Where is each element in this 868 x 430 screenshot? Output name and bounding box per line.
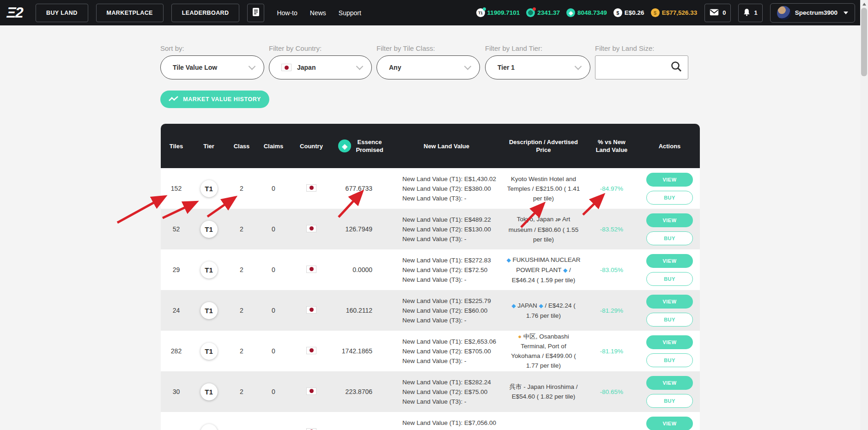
table-row: 29 T1 2 0 0.0000 New Land Value (T1): E$… (161, 249, 700, 290)
description-cell: C2 SAITAMA, JAPAN / (503, 428, 584, 430)
table-body: 152 T1 2 0 677.6733 New Land Value (T1):… (161, 168, 700, 430)
chart-line-icon (169, 96, 179, 103)
ledger-button[interactable] (247, 4, 264, 22)
buy-button[interactable]: BUY (646, 313, 693, 327)
description-cell: 呉市 - Japan Hiroshima / E$54.60 ( 1.82 pe… (503, 382, 584, 401)
view-button[interactable]: VIEW (646, 173, 693, 187)
essence-cell: 126.7949 (333, 225, 390, 233)
search-icon[interactable] (670, 61, 682, 74)
class-cell: 2 (226, 225, 257, 233)
tier1-tokens-balance: T1 11909.7101 (476, 8, 520, 17)
description-cell: ◆ JAPAN ◆ / E$42.24 ( 1.76 per tile) (503, 301, 584, 321)
essence-cell: 223.8706 (333, 388, 390, 395)
col-tiles: Tiles (161, 142, 192, 150)
land-tier-filter-label: Filter by Land Tier: (485, 44, 542, 52)
essence-cell: 160.2112 (333, 307, 390, 314)
col-pct-vs-nlv: % vs New Land Value (584, 138, 639, 154)
navbar-right: T1 11909.7101 2341.37 ◈ 8048.7349 $ E$0.… (470, 0, 855, 25)
class-cell: 2 (226, 307, 257, 314)
tiles-cell: 30 (161, 388, 192, 395)
tier1-token-icon: T1 (476, 8, 485, 17)
actions-cell: VIEW BUY (639, 213, 700, 245)
view-button[interactable]: VIEW (646, 376, 693, 390)
buy-button[interactable]: BUY (646, 353, 693, 367)
claims-cell: 0 (257, 225, 290, 233)
description-cell: Kyoto Westin Hotel and Temples / E$215.0… (503, 174, 584, 203)
col-claims: Claims (257, 142, 290, 150)
chevron-down-icon (356, 62, 364, 70)
buy-button[interactable]: BUY (646, 272, 693, 286)
sort-by-dropdown[interactable]: Tile Value Low (160, 55, 264, 79)
japan-flag-icon (281, 64, 291, 71)
actions-cell: VIEW BUY (639, 376, 700, 408)
pct-vs-nlv-cell: -81.29% (584, 307, 639, 314)
actions-cell: VIEW BUY (639, 173, 700, 205)
japan-flag-icon (306, 266, 316, 273)
view-button[interactable]: VIEW (646, 417, 693, 430)
raid-icon (526, 8, 535, 17)
country-cell (290, 225, 333, 234)
earth2-marketplace-page: Ξ2 BUY LAND MARKETPLACE LEADERBOARD How-… (0, 0, 868, 430)
username: Spectrum3900 (795, 9, 838, 16)
new-land-value-cell: New Land Value (T1): E$7,056.00 New Land… (390, 418, 503, 430)
nav-link-news[interactable]: News (310, 9, 326, 17)
notification-count: 1 (754, 9, 757, 16)
japan-flag-icon (306, 388, 316, 395)
country-cell (290, 428, 333, 430)
tiles-cell: 52 (161, 225, 192, 233)
sort-by-label: Sort by: (160, 44, 184, 52)
chevron-down-icon (464, 62, 472, 70)
buy-land-button[interactable]: BUY LAND (36, 4, 88, 22)
gold-balance: $ E$77,526.33 (651, 8, 698, 17)
annotation-arrow (117, 197, 164, 223)
scrollbar-thumb[interactable] (861, 8, 867, 76)
tier-cell: T1 (192, 302, 226, 319)
col-description-price: Description / Advertised Price (503, 138, 584, 154)
nav-link-howto[interactable]: How-to (277, 9, 297, 17)
tiles-cell: 282 (161, 347, 192, 355)
pct-vs-nlv-cell: -84.97% (584, 185, 639, 192)
scroll-up-button[interactable] (860, 0, 868, 8)
country-dropdown[interactable]: Japan (269, 55, 372, 79)
marketplace-button[interactable]: MARKETPLACE (96, 4, 164, 22)
dollar-icon: $ (613, 8, 622, 17)
actions-cell: VIEW BUY (639, 254, 700, 286)
land-size-filter-label: Filter by Land Size: (595, 44, 654, 52)
market-value-history-button[interactable]: MARKET VALUE HISTORY (160, 91, 269, 108)
mail-count: 0 (722, 9, 726, 16)
tiles-cell: 24 (161, 307, 192, 314)
view-button[interactable]: VIEW (646, 295, 693, 309)
buy-button[interactable]: BUY (646, 394, 693, 408)
col-essence-promised: ◈ Essence Promised (333, 138, 390, 154)
nav-link-support[interactable]: Support (339, 9, 361, 17)
table-row: 750 T1 2 0 2916.6878 New Land Value (T1)… (161, 412, 700, 430)
land-tier-dropdown[interactable]: Tier 1 (485, 55, 590, 79)
user-menu[interactable]: Spectrum3900 (770, 3, 855, 23)
new-land-value-cell: New Land Value (T1): E$225.79 New Land V… (390, 296, 503, 325)
mail-button[interactable]: 0 (704, 4, 731, 22)
view-button[interactable]: VIEW (646, 254, 693, 268)
land-size-input[interactable] (601, 64, 670, 71)
new-land-value-cell: New Land Value (T1): E$1,430.02 New Land… (390, 174, 503, 203)
japan-flag-icon (306, 184, 316, 192)
tile-class-dropdown[interactable]: Any (376, 55, 480, 79)
chevron-down-icon (844, 12, 848, 14)
buy-button[interactable]: BUY (646, 191, 693, 205)
new-land-value-cell: New Land Value (T1): E$2,653.06 New Land… (390, 337, 503, 366)
essence-icon: ◈ (566, 8, 575, 17)
col-tier: Tier (192, 142, 226, 150)
actions-cell: VIEW BUY (639, 295, 700, 327)
view-button[interactable]: VIEW (646, 213, 693, 227)
vertical-scrollbar[interactable] (860, 0, 868, 430)
new-land-value-cell: New Land Value (T1): E$489.22 New Land V… (390, 215, 503, 244)
notifications-button[interactable]: 1 (738, 4, 762, 22)
description-cell: Tokyo, Japan JP Art museum / E$80.60 ( 1… (503, 214, 584, 244)
claims-cell: 0 (257, 347, 290, 355)
bell-icon (743, 8, 750, 18)
table-row: 152 T1 2 0 677.6733 New Land Value (T1):… (161, 168, 700, 209)
buy-button[interactable]: BUY (646, 231, 693, 245)
col-country: Country (290, 142, 333, 150)
view-button[interactable]: VIEW (646, 335, 693, 349)
claims-cell: 0 (257, 185, 290, 192)
leaderboard-button[interactable]: LEADERBOARD (171, 4, 240, 22)
